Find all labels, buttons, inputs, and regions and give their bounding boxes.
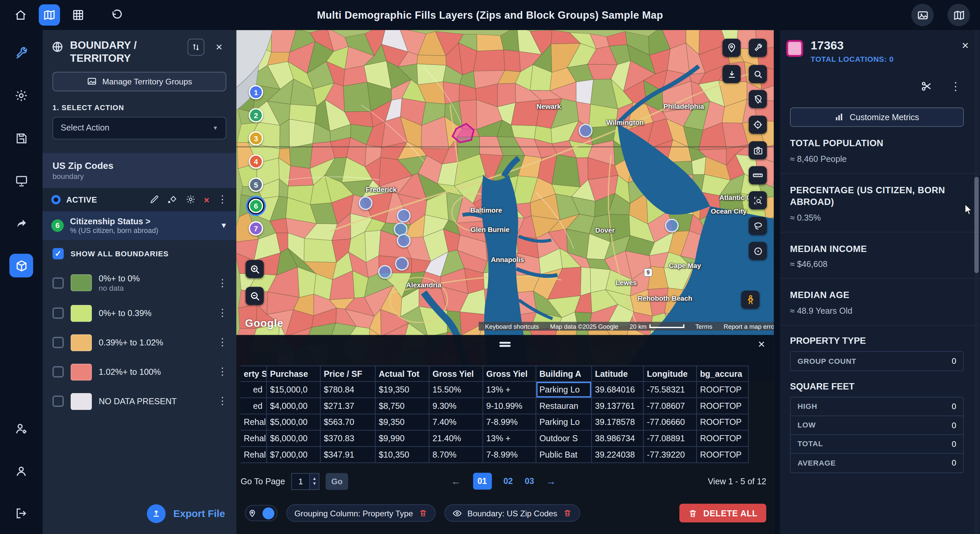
legend-checkbox[interactable]: [52, 307, 64, 319]
panel-expand-button[interactable]: [188, 39, 205, 56]
trash-icon[interactable]: [418, 509, 427, 517]
terms-link[interactable]: Terms: [695, 323, 712, 330]
measure-tool[interactable]: [749, 166, 767, 184]
layers-box-button[interactable]: [10, 254, 33, 277]
table-cell[interactable]: 21.40%: [429, 431, 483, 447]
table-cell[interactable]: $4,000,00: [267, 398, 321, 415]
trash-icon[interactable]: [563, 509, 571, 517]
table-cell[interactable]: $9,990: [375, 431, 429, 447]
map-legend-button[interactable]: [948, 4, 970, 26]
hide-pins-tool[interactable]: [749, 90, 767, 108]
col-header[interactable]: Gross Yiel: [429, 366, 483, 382]
table-cell-selected[interactable]: Parking Lo: [536, 382, 592, 398]
kebab-menu-icon[interactable]: ⋮: [218, 194, 228, 204]
share-button[interactable]: [10, 211, 33, 235]
download-tool[interactable]: [723, 65, 741, 83]
show-all-checkbox[interactable]: ✓: [52, 248, 64, 259]
boundary-chip[interactable]: Boundary: US Zip Codes: [444, 504, 580, 522]
table-cell[interactable]: 39.137761: [592, 398, 644, 415]
close-detail-button[interactable]: ×: [959, 39, 971, 52]
table-cell[interactable]: -77.39220: [644, 447, 697, 463]
page-2-button[interactable]: 02: [503, 477, 513, 486]
page-stepper[interactable]: ▲▼: [310, 473, 320, 490]
table-cell[interactable]: -77.06660: [644, 414, 697, 431]
table-cell[interactable]: 39.684016: [592, 382, 644, 398]
cut-boundary-button[interactable]: [920, 80, 932, 92]
col-header[interactable]: Latitude: [592, 366, 644, 382]
grouping-column-chip[interactable]: Grouping Column: Property Type: [286, 504, 436, 522]
table-cell[interactable]: $5,000,00: [267, 414, 321, 431]
layer-pin-7[interactable]: 7: [249, 221, 263, 236]
table-cell[interactable]: -77.08607: [644, 398, 697, 415]
table-cell[interactable]: ROOFTOP: [697, 414, 749, 431]
go-button[interactable]: Go: [326, 473, 348, 490]
table-cell[interactable]: -77.08891: [644, 431, 697, 447]
close-panel-button[interactable]: ×: [211, 39, 228, 56]
table-cell[interactable]: $780.84: [321, 382, 376, 398]
table-cell[interactable]: Public Bat: [536, 447, 592, 463]
settings-button[interactable]: [10, 84, 33, 108]
location-marker[interactable]: [665, 219, 679, 232]
table-cell[interactable]: 7.40%: [429, 414, 483, 431]
pin-visibility-toggle[interactable]: [245, 505, 277, 521]
page-number-input[interactable]: [291, 473, 310, 490]
table-view-button[interactable]: [67, 4, 89, 26]
delete-all-button[interactable]: DELETE ALL: [679, 504, 766, 522]
table-cell[interactable]: Restauran: [536, 398, 592, 415]
presentation-button[interactable]: [10, 169, 33, 192]
table-cell[interactable]: ROOFTOP: [697, 447, 749, 463]
legend-checkbox[interactable]: [52, 366, 64, 377]
next-page-icon[interactable]: →: [546, 475, 556, 487]
table-cell[interactable]: ed: [241, 382, 267, 398]
legend-swatch[interactable]: [71, 334, 92, 351]
locate-tool[interactable]: [749, 116, 767, 134]
col-header[interactable]: Longitude: [644, 366, 697, 382]
tools-button[interactable]: [10, 41, 33, 65]
fill-bucket-icon[interactable]: [167, 194, 178, 204]
table-cell[interactable]: ed: [241, 398, 267, 415]
table-cell[interactable]: 9-10.99%: [483, 398, 536, 415]
table-cell[interactable]: 7-8.99%: [483, 447, 536, 463]
col-header[interactable]: Actual Tot: [375, 366, 429, 382]
table-cell[interactable]: 8.70%: [429, 447, 483, 463]
page-1-button[interactable]: 01: [473, 473, 492, 490]
table-cell[interactable]: $347.91: [321, 447, 376, 463]
logout-button[interactable]: [10, 502, 33, 525]
table-cell[interactable]: 9.30%: [429, 398, 483, 415]
col-header[interactable]: erty S: [241, 366, 267, 382]
kebab-menu-icon[interactable]: ⋮: [218, 367, 228, 377]
kebab-menu-icon[interactable]: ⋮: [218, 278, 228, 288]
layer-pin-6-selected[interactable]: 6: [249, 199, 263, 213]
table-cell[interactable]: $563.70: [321, 414, 376, 431]
search-tool[interactable]: [749, 65, 767, 83]
table-cell[interactable]: $10,350: [375, 447, 429, 463]
dem-layer-row[interactable]: 6 Citizenship Status > % (US citizen, bo…: [42, 211, 236, 240]
kebab-menu-icon[interactable]: ⋮: [218, 308, 228, 318]
table-cell[interactable]: $271.37: [321, 398, 376, 415]
remove-boundary-icon[interactable]: ×: [204, 194, 209, 205]
col-header[interactable]: Purchase: [267, 366, 321, 382]
layer-pin-5[interactable]: 5: [249, 178, 263, 192]
table-cell[interactable]: 39.224038: [592, 447, 644, 463]
layer-pin-2[interactable]: 2: [249, 108, 263, 122]
legend-swatch[interactable]: [71, 393, 92, 410]
customize-metrics-button[interactable]: Customize Metrics: [790, 108, 964, 127]
keyboard-shortcuts-link[interactable]: Keyboard shortcuts: [485, 323, 539, 330]
table-cell[interactable]: -75.58321: [644, 382, 697, 398]
layer-pin-3[interactable]: 3: [249, 131, 263, 146]
map-tools-tool[interactable]: [749, 39, 767, 57]
legend-checkbox[interactable]: [52, 396, 64, 407]
map-view-button[interactable]: [39, 4, 60, 26]
table-cell[interactable]: $19,350: [375, 382, 429, 398]
support-button[interactable]: [10, 459, 33, 483]
location-marker[interactable]: [397, 234, 410, 247]
edit-pencil-icon[interactable]: [150, 194, 159, 204]
drag-handle[interactable]: [500, 342, 511, 343]
table-cell[interactable]: Rehal: [241, 447, 267, 463]
table-cell[interactable]: $6,000,00: [267, 431, 321, 447]
legend-checkbox[interactable]: [52, 277, 64, 288]
lasso-tool[interactable]: [749, 217, 767, 235]
table-cell[interactable]: $15,000,0: [267, 382, 321, 398]
boundary-settings-gear-icon[interactable]: [186, 194, 196, 204]
col-header[interactable]: Building A: [536, 366, 592, 382]
